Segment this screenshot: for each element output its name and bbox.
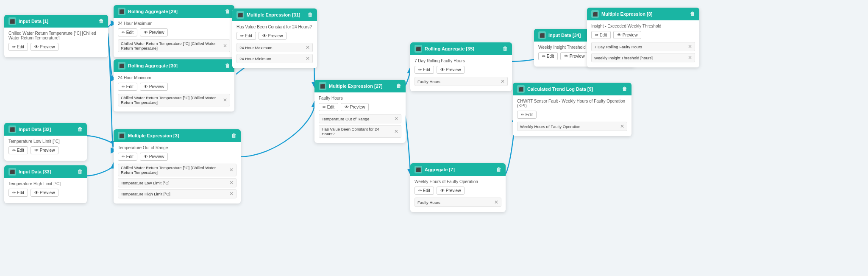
node-input34-preview[interactable]: 👁 Preview (560, 52, 588, 60)
node-multi27-tag1-remove[interactable]: ✕ (394, 116, 398, 122)
node-input33-header: ⬛ Input Data [33] 🗑 (4, 165, 87, 178)
multi8-icon: ⬛ (591, 10, 599, 18)
input-icon: ⬛ (8, 17, 16, 25)
node-multi8-tag1: 7 Day Rolling Faulty Hours ✕ (591, 42, 695, 51)
multi3-icon: ⬛ (118, 132, 125, 139)
node-rolling29-tag1-remove[interactable]: ✕ (223, 43, 227, 49)
node-multi8-tag2-remove[interactable]: ✕ (688, 55, 692, 61)
node-rolling35-preview[interactable]: 👁 Preview (437, 66, 465, 74)
node-rolling30-header: ⬛ Rolling Aggregate [30] 🗑 (114, 59, 234, 72)
node-input1-header: ⬛ Input Data [1] 🗑 (4, 15, 108, 28)
node-aggregate7-subtitle: Weekly Hours of Faulty Operation (415, 179, 501, 184)
node-rolling29-tag1: Chilled Water Return Temperature [°C] [C… (118, 39, 230, 52)
node-multi3-delete[interactable]: 🗑 (231, 133, 236, 139)
node-multi8-title: Multiple Expression [8] (601, 11, 652, 17)
node-input32: ⬛ Input Data [32] 🗑 Temperature Low Limi… (4, 123, 87, 161)
node-aggregate7-edit[interactable]: ✏ Edit (415, 187, 434, 195)
node-rolling29-preview[interactable]: 👁 Preview (140, 28, 168, 36)
node-multi27-preview[interactable]: 👁 Preview (341, 103, 369, 111)
node-multi3-tag2-remove[interactable]: ✕ (229, 180, 234, 186)
rolling-icon: ⬛ (118, 8, 125, 15)
node-calctrend9-header: ⬛ Calculated Trend Log Data [9] 🗑 (513, 83, 632, 95)
node-multi31-delete[interactable]: 🗑 (308, 12, 313, 18)
node-aggregate7-tag1-remove[interactable]: ✕ (494, 199, 498, 205)
node-rolling30-preview[interactable]: 👁 Preview (140, 83, 168, 91)
node-rolling35-header: ⬛ Rolling Aggregate [35] 🗑 (410, 42, 512, 55)
input33-icon: ⬛ (8, 168, 16, 176)
node-aggregate7: ⬛ Aggregate [7] 🗑 Weekly Hours of Faulty… (410, 163, 506, 212)
node-calctrend9-delete[interactable]: 🗑 (622, 86, 627, 92)
node-calctrend9-title: Calculated Trend Log Data [9] (527, 86, 593, 92)
node-aggregate7-delete[interactable]: 🗑 (496, 167, 501, 173)
node-multi27-edit[interactable]: ✏ Edit (319, 103, 338, 111)
node-multi31-preview[interactable]: 👁 Preview (259, 32, 287, 40)
node-aggregate7-title: Aggregate [7] (425, 167, 455, 172)
node-input34-edit[interactable]: ✏ Edit (538, 52, 558, 60)
node-rolling30-delete[interactable]: 🗑 (225, 63, 230, 69)
node-multi3-edit[interactable]: ✏ Edit (118, 153, 137, 161)
node-multi3-tag1: Chilled Water Return Temperature [°C] [C… (118, 164, 236, 176)
node-multi31-edit[interactable]: ✏ Edit (236, 32, 256, 40)
node-rolling30-tag1-remove[interactable]: ✕ (223, 97, 227, 103)
node-multi31-tag2-remove[interactable]: ✕ (306, 56, 310, 61)
node-rolling30-tag1: Chilled Water Return Temperature [°C] [C… (118, 94, 230, 106)
node-rolling30: ⬛ Rolling Aggregate [30] 🗑 24 Hour Minim… (114, 59, 234, 112)
node-multi8-tag1-remove[interactable]: ✕ (688, 44, 692, 50)
node-multi31-tag1: 24 Hour Maximum ✕ (236, 43, 313, 52)
node-rolling29-delete[interactable]: 🗑 (225, 8, 230, 14)
node-multi8-tag2: Weekly Insight Threshold [hours] ✕ (591, 53, 695, 62)
node-multi27-tag2: Has Value Been Constant for 24 Hours? ✕ (319, 125, 401, 138)
node-calctrend9-edit[interactable]: ✏ Edit (517, 111, 537, 119)
node-calctrend9-subtitle: CHWRT Sensor Fault - Weekly Hours of Fau… (517, 99, 627, 108)
node-rolling35-subtitle: 7 Day Rolling Faulty Hours (415, 59, 508, 63)
node-input32-preview[interactable]: 👁 Preview (31, 146, 58, 154)
workflow-canvas: ⬛ Input Data [1] 🗑 Chilled Water Return … (0, 0, 868, 276)
node-input33-delete[interactable]: 🗑 (78, 169, 83, 175)
node-multi27-header: ⬛ Multiple Expression [27] 🗑 (314, 80, 406, 92)
node-multi31: ⬛ Multiple Expression [31] 🗑 Has Value B… (232, 8, 317, 68)
node-input1-title: Input Data [1] (19, 19, 48, 24)
node-multi8: ⬛ Multiple Expression [8] 🗑 Insight - Ex… (587, 8, 699, 67)
node-input33-preview[interactable]: 👁 Preview (31, 189, 58, 197)
rolling35-icon: ⬛ (415, 45, 422, 53)
node-rolling30-edit[interactable]: ✏ Edit (118, 83, 137, 91)
node-multi3-tag3: Temperature High Limit [°C] ✕ (118, 189, 236, 198)
node-multi8-delete[interactable]: 🗑 (690, 11, 695, 17)
node-rolling35-tag1-remove[interactable]: ✕ (501, 78, 505, 84)
node-rolling29-edit[interactable]: ✏ Edit (118, 28, 137, 36)
node-input33: ⬛ Input Data [33] 🗑 Temperature High Lim… (4, 165, 87, 203)
node-multi3-preview[interactable]: 👁 Preview (140, 153, 168, 161)
node-input1-delete[interactable]: 🗑 (99, 18, 104, 24)
node-calctrend9-tag1: Weekly Hours of Faulty Operation ✕ (517, 122, 627, 131)
node-aggregate7-header: ⬛ Aggregate [7] 🗑 (410, 163, 506, 176)
node-input32-header: ⬛ Input Data [32] 🗑 (4, 123, 87, 136)
node-calctrend9: ⬛ Calculated Trend Log Data [9] 🗑 CHWRT … (513, 83, 632, 136)
node-multi31-header: ⬛ Multiple Expression [31] 🗑 (232, 8, 317, 21)
node-multi8-preview[interactable]: 👁 Preview (613, 31, 641, 39)
node-input32-edit[interactable]: ✏ Edit (8, 146, 28, 154)
node-input1: ⬛ Input Data [1] 🗑 Chilled Water Return … (4, 15, 108, 57)
node-multi8-edit[interactable]: ✏ Edit (591, 31, 611, 39)
node-multi8-subtitle: Insight - Exceeded Weekly Threshold (591, 24, 695, 28)
node-aggregate7-preview[interactable]: 👁 Preview (437, 187, 465, 195)
node-calctrend9-tag1-remove[interactable]: ✕ (620, 123, 624, 129)
node-multi27-delete[interactable]: 🗑 (396, 83, 401, 89)
node-rolling29-header: ⬛ Rolling Aggregate [29] 🗑 (114, 5, 234, 18)
node-multi27-tag1: Temperature Out of Range ✕ (319, 114, 401, 123)
node-multi31-tag1-remove[interactable]: ✕ (306, 45, 310, 50)
node-input1-edit[interactable]: ✏ Edit (8, 43, 28, 51)
node-rolling29-subtitle: 24 Hour Maximum (118, 21, 230, 26)
node-rolling35-delete[interactable]: 🗑 (503, 46, 508, 52)
node-multi3-tag3-remove[interactable]: ✕ (229, 191, 234, 197)
node-rolling35-edit[interactable]: ✏ Edit (415, 66, 434, 74)
node-multi27-tag2-remove[interactable]: ✕ (394, 128, 398, 134)
node-multi3-tag2: Temperature Low Limit [°C] ✕ (118, 178, 236, 187)
node-input33-title: Input Data [33] (19, 169, 51, 174)
node-multi3-tag1-remove[interactable]: ✕ (229, 167, 234, 173)
node-input33-edit[interactable]: ✏ Edit (8, 189, 28, 197)
input32-icon: ⬛ (8, 125, 16, 133)
node-input1-preview[interactable]: 👁 Preview (31, 43, 58, 51)
node-input32-delete[interactable]: 🗑 (78, 126, 83, 132)
node-multi27-title: Multiple Expression [27] (329, 84, 383, 89)
node-aggregate7-tag1: Faulty Hours ✕ (415, 198, 501, 207)
